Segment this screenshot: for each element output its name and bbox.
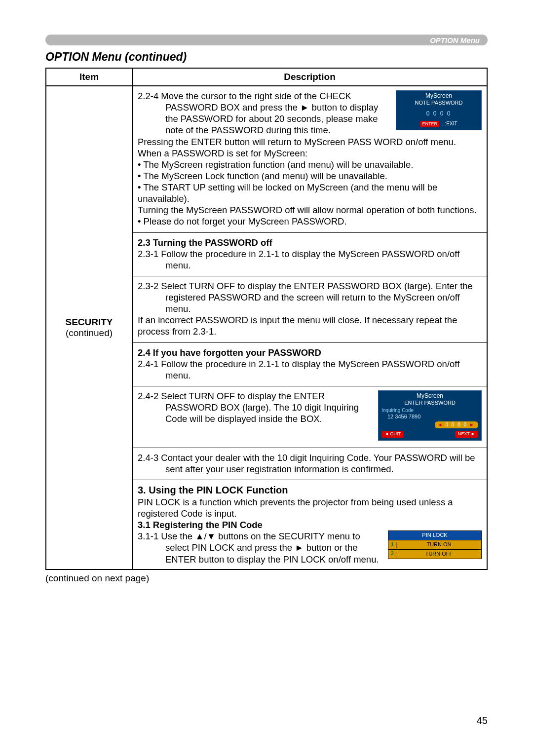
continued-note: (continued on next page) bbox=[45, 573, 488, 584]
bullet-dont-forget: • Please do not forget your MyScreen PAS… bbox=[138, 216, 482, 227]
text-2-3-1: 2.3-1 Follow the procedure in 2.1-1 to d… bbox=[138, 248, 482, 271]
section-2-3: 2.3 Turning the PASSWORD off 2.3-1 Follo… bbox=[133, 232, 487, 271]
page-number: 45 bbox=[477, 715, 488, 726]
osd1-title1: MyScreen bbox=[396, 91, 481, 100]
text-turnoff-allow: Turning the MyScreen PASSWORD off will a… bbox=[138, 204, 482, 216]
section-2-4-2: MyScreen ENTER PASSWORD Inquiring Code 1… bbox=[133, 386, 487, 443]
heading-3: 3. Using the PIN LOCK Function bbox=[138, 484, 482, 496]
osd1-enter-pill: ENTER bbox=[420, 121, 439, 127]
osd2-quit-button: ◄ QUIT bbox=[381, 431, 404, 437]
col-header-item: Item bbox=[46, 68, 132, 86]
osd3-option-on: 1TURN ON bbox=[388, 540, 482, 550]
header-bar: OPTION Menu bbox=[45, 35, 488, 45]
page-title: OPTION Menu (continued) bbox=[45, 50, 488, 64]
bullet-lock-unavail: • The MyScreen Lock function (and menu) … bbox=[138, 170, 482, 182]
content-table: Item Description SECURITY (continued) My… bbox=[45, 68, 488, 570]
item-cell-security: SECURITY (continued) bbox=[46, 86, 132, 569]
text-when-set: When a PASSWORD is set for MyScreen: bbox=[138, 148, 482, 159]
item-title: SECURITY bbox=[50, 317, 128, 328]
item-subtitle: (continued) bbox=[66, 328, 113, 338]
col-header-desc: Description bbox=[132, 68, 487, 86]
osd2-next-button: NEXT ► bbox=[455, 431, 478, 437]
osd-enter-password: MyScreen ENTER PASSWORD Inquiring Code 1… bbox=[378, 390, 482, 441]
heading-3-1: 3.1 Registering the PIN Code bbox=[138, 519, 482, 530]
osd2-inquiring-label: Inquiring Code bbox=[379, 408, 481, 414]
bullet-reg-unavail: • The MyScreen registration function (an… bbox=[138, 159, 482, 170]
osd1-title2: NOTE PASSWORD bbox=[396, 100, 481, 108]
text-2-3-2a: 2.3-2 Select TURN OFF to display the ENT… bbox=[138, 280, 482, 314]
osd-pin-lock: PIN LOCK 1TURN ON 2TURN OFF bbox=[388, 530, 482, 559]
manual-page: OPTION Menu OPTION Menu (continued) Item… bbox=[0, 0, 533, 756]
description-cell: MyScreen NOTE PASSWORD 0 0 0 0 ENTER , :… bbox=[132, 86, 487, 569]
osd2-inquiring-code: 12 3456 7890 bbox=[379, 414, 481, 420]
osd2-title2: ENTER PASSWORD bbox=[379, 400, 481, 408]
text-2-4-1: 2.4-1 Follow the procedure in 2.1-1 to d… bbox=[138, 358, 482, 381]
osd-note-password: MyScreen NOTE PASSWORD 0 0 0 0 ENTER , :… bbox=[396, 90, 482, 130]
section-2-4-3: 2.4-3 Contact your dealer with the 10 di… bbox=[133, 448, 487, 475]
heading-2-3: 2.3 Turning the PASSWORD off bbox=[138, 237, 482, 248]
heading-2-4: 2.4 If you have forgotten your PASSWORD bbox=[138, 347, 482, 358]
osd3-option-off: 2TURN OFF bbox=[388, 550, 482, 559]
section-2-2-4: MyScreen NOTE PASSWORD 0 0 0 0 ENTER , :… bbox=[133, 90, 487, 227]
osd3-title: PIN LOCK bbox=[388, 530, 482, 540]
text-3-intro: PIN LOCK is a function which prevents th… bbox=[138, 496, 482, 519]
text-enter-return: Pressing the ENTER button will return to… bbox=[138, 136, 482, 148]
header-tab-label: OPTION Menu bbox=[430, 36, 480, 44]
text-2-4-3: 2.4-3 Contact your dealer with the 10 di… bbox=[138, 452, 482, 475]
osd2-digits-pill: ◄0 0 0 0► bbox=[435, 421, 478, 429]
section-2-3-2: 2.3-2 Select TURN OFF to display the ENT… bbox=[133, 276, 487, 338]
section-2-4: 2.4 If you have forgotten your PASSWORD … bbox=[133, 342, 487, 381]
osd2-title1: MyScreen bbox=[379, 391, 481, 400]
osd1-digits: 0 0 0 0 bbox=[396, 108, 481, 119]
bullet-startup-locked: • The START UP setting will be locked on… bbox=[138, 182, 482, 204]
text-2-3-2b: If an incorrect PASSWORD is input the me… bbox=[138, 314, 482, 337]
osd1-exit-label: , :EXIT bbox=[442, 121, 457, 127]
section-3: 3. Using the PIN LOCK Function PIN LOCK … bbox=[133, 480, 487, 565]
